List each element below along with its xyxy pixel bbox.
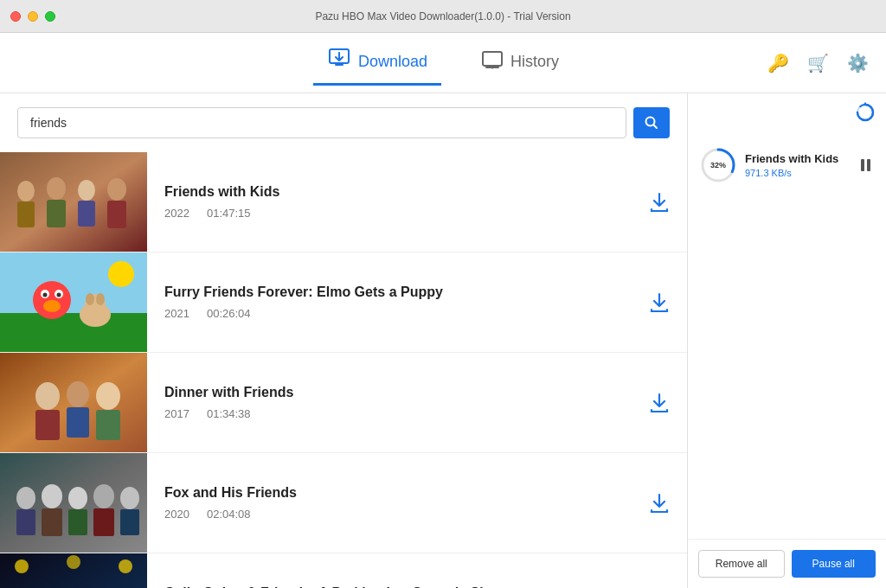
main-content: Friends with Kids 2022 01:47:15 [0,93,886,588]
list-item: Fox and His Friends 2020 02:04:08 [0,453,687,553]
svg-point-18 [108,261,134,287]
svg-point-28 [96,293,105,305]
svg-rect-44 [93,508,114,536]
svg-rect-46 [120,509,139,535]
svg-rect-38 [16,509,35,535]
right-panel-footer: Remove all Pause all [688,539,886,588]
progress-circle: 32% [700,147,736,183]
svg-rect-42 [68,509,87,535]
progress-percent: 32% [710,161,726,169]
history-tab-label: History [510,53,559,71]
svg-point-11 [78,180,95,201]
svg-point-24 [43,300,61,312]
download-nav-icon [327,47,351,76]
svg-point-34 [96,382,120,410]
svg-point-32 [67,381,89,407]
svg-point-37 [16,487,35,509]
tab-download[interactable]: Download [313,40,441,86]
svg-point-27 [86,293,94,305]
result-duration-3: 01:34:38 [207,407,251,420]
svg-rect-14 [107,201,126,228]
result-title-2: Furry Friends Forever: Elmo Gets a Puppy [164,284,614,300]
settings-button[interactable]: ⚙️ [843,48,872,78]
result-year-4: 2020 [164,508,189,521]
left-panel: Friends with Kids 2022 01:47:15 [0,93,687,588]
svg-rect-31 [35,410,60,440]
download-button-3[interactable] [632,392,687,414]
history-nav-icon [481,48,504,75]
result-year-1: 2022 [164,207,189,220]
remove-all-button[interactable]: Remove all [698,550,785,578]
right-panel: 32% Friends with Kids 971.3 KB/s Remove … [687,93,886,588]
download-button-1[interactable] [632,191,687,214]
result-title-4: Fox and His Friends [164,485,614,501]
svg-point-49 [67,555,80,569]
svg-point-48 [15,559,29,573]
result-meta-4: 2020 02:04:08 [164,508,614,521]
svg-rect-17 [0,313,147,352]
cart-button[interactable]: 🛒 [803,48,832,78]
result-info-2: Furry Friends Forever: Elmo Gets a Puppy… [147,271,632,334]
svg-rect-35 [96,410,120,440]
search-button[interactable] [633,107,670,138]
svg-point-22 [43,293,48,297]
svg-point-41 [68,487,87,509]
pause-button[interactable] [857,156,874,175]
svg-point-2 [491,66,494,68]
svg-rect-1 [483,52,502,66]
svg-point-39 [42,484,62,508]
svg-point-23 [57,293,61,297]
search-input[interactable] [17,107,626,138]
svg-rect-33 [67,407,89,438]
download-button-4[interactable] [632,492,687,514]
right-panel-top [688,93,886,137]
result-duration-2: 00:26:04 [207,307,251,320]
title-bar: Pazu HBO Max Video Downloader(1.0.0) - T… [0,0,886,33]
minimize-button[interactable] [28,11,38,22]
traffic-lights [10,11,55,22]
pause-all-button[interactable]: Pause all [792,550,876,578]
svg-point-7 [17,181,35,201]
svg-rect-40 [42,508,62,536]
thumbnail-3 [0,353,147,452]
search-bar [0,93,687,152]
refresh-icon[interactable] [855,102,876,128]
result-title-3: Dinner with Friends [164,385,614,400]
results-list: Friends with Kids 2022 01:47:15 [0,152,687,588]
result-info-4: Fox and His Friends 2020 02:04:08 [147,471,632,534]
svg-point-45 [120,487,139,509]
result-title-1: Friends with Kids [164,184,614,200]
download-item: 32% Friends with Kids 971.3 KB/s [688,137,886,194]
result-meta-3: 2017 01:34:38 [164,407,614,420]
list-item: Friends with Kids 2022 01:47:15 [0,152,687,252]
result-meta-1: 2022 01:47:15 [164,207,614,220]
thumbnail-1 [0,152,147,252]
svg-point-30 [35,382,60,410]
thumbnail-4 [0,453,147,553]
thumbnail-2 [0,252,147,352]
downloading-title: Friends with Kids [745,152,849,165]
download-button-2[interactable] [632,291,687,314]
result-meta-2: 2021 00:26:04 [164,307,614,320]
key-button[interactable]: 🔑 [763,48,793,78]
list-item: Colin Quinn & Friends: A Parking Lot Com… [0,553,687,588]
list-item: Dinner with Friends 2017 01:34:38 [0,353,687,453]
nav-right-icons: 🔑 🛒 ⚙️ [763,48,872,78]
tab-history[interactable]: History [467,42,573,85]
result-year-3: 2017 [164,407,189,420]
pause-icon [861,159,870,171]
result-year-2: 2021 [164,307,189,320]
svg-rect-12 [78,201,95,227]
fullscreen-button[interactable] [45,11,55,22]
download-item-info: Friends with Kids 971.3 KB/s [745,152,849,178]
thumbnail-5 [0,553,147,588]
result-info-5: Colin Quinn & Friends: A Parking Lot Com… [147,572,632,588]
download-tab-label: Download [358,53,427,71]
downloading-speed: 971.3 KB/s [745,168,849,178]
result-duration-1: 01:47:15 [207,207,251,220]
svg-line-4 [654,125,658,129]
result-info-3: Dinner with Friends 2017 01:34:38 [147,371,632,434]
list-item: Furry Friends Forever: Elmo Gets a Puppy… [0,252,687,353]
close-button[interactable] [10,11,21,22]
nav-tabs: Download History [313,40,573,86]
